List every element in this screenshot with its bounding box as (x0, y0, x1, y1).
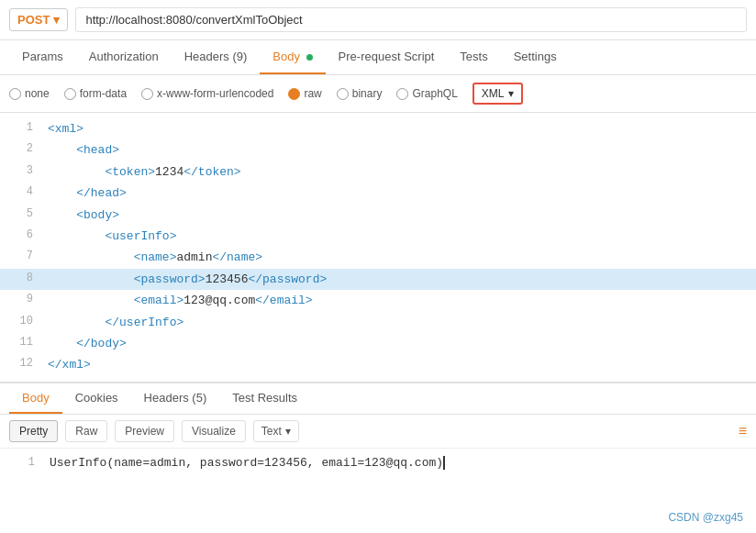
option-none[interactable]: none (9, 87, 50, 100)
code-editor[interactable]: 1 <xml> 2 <head> 3 <token>1234</token> 4… (0, 113, 756, 383)
response-tab-headers[interactable]: Headers (5) (131, 383, 220, 414)
response-text: UserInfo(name=admin, password=123456, em… (50, 456, 445, 470)
tab-authorization[interactable]: Authorization (76, 40, 172, 74)
format-visualize-button[interactable]: Visualize (182, 420, 246, 442)
response-tab-body[interactable]: Body (9, 383, 62, 414)
response-line-number: 1 (9, 456, 35, 469)
option-binary[interactable]: binary (337, 87, 383, 100)
xml-dropdown-icon: ▾ (508, 87, 514, 100)
code-line-6: 6 <userInfo> (0, 226, 756, 247)
tab-headers[interactable]: Headers (9) (172, 40, 261, 74)
code-line-1: 1 <xml> (0, 118, 756, 139)
tab-body[interactable]: Body (260, 40, 325, 74)
option-urlencoded[interactable]: x-www-form-urlencoded (141, 87, 273, 100)
url-bar: POST ▾ (0, 0, 756, 40)
code-line-4: 4 </head> (0, 183, 756, 204)
radio-raw (288, 88, 300, 100)
format-type-dropdown-icon: ▾ (285, 425, 291, 438)
option-form-data[interactable]: form-data (64, 87, 127, 100)
tab-tests[interactable]: Tests (447, 40, 500, 74)
code-line-10: 10 </userInfo> (0, 312, 756, 333)
format-raw-button[interactable]: Raw (65, 420, 107, 442)
method-selector[interactable]: POST ▾ (9, 8, 68, 31)
response-tab-test-results[interactable]: Test Results (219, 383, 310, 414)
radio-none (9, 88, 21, 100)
method-label: POST (17, 13, 50, 27)
radio-graphql (396, 88, 408, 100)
format-options-row: Pretty Raw Preview Visualize Text ▾ ≡ (0, 415, 756, 449)
request-tab-bar: Params Authorization Headers (9) Body Pr… (0, 40, 756, 75)
code-line-3: 3 <token>1234</token> (0, 161, 756, 183)
radio-form-data (64, 88, 76, 100)
tab-params[interactable]: Params (9, 40, 76, 74)
code-line-9: 9 <email>123@qq.com</email> (0, 290, 756, 311)
code-line-11: 11 </body> (0, 333, 756, 354)
filter-icon[interactable]: ≡ (739, 423, 747, 439)
body-options-row: none form-data x-www-form-urlencoded raw… (0, 75, 756, 113)
option-graphql[interactable]: GraphQL (396, 87, 457, 100)
xml-label: XML (482, 87, 505, 100)
response-tab-bar: Body Cookies Headers (5) Test Results (0, 383, 756, 415)
method-dropdown-icon: ▾ (53, 13, 60, 27)
code-line-8: 8 <password>123456</password> (0, 269, 756, 290)
code-line-2: 2 <head> (0, 139, 756, 161)
radio-binary (337, 88, 349, 100)
response-tab-cookies[interactable]: Cookies (62, 383, 131, 414)
response-section: Body Cookies Headers (5) Test Results Pr… (0, 383, 756, 477)
format-pretty-button[interactable]: Pretty (9, 420, 58, 442)
code-line-5: 5 <body> (0, 205, 756, 226)
url-input[interactable] (75, 7, 747, 32)
response-output: 1 UserInfo(name=admin, password=123456, … (0, 449, 756, 477)
format-type-label: Text (261, 425, 282, 438)
body-dot-indicator (306, 54, 313, 61)
xml-format-button[interactable]: XML ▾ (472, 83, 523, 105)
tab-settings[interactable]: Settings (501, 40, 570, 74)
option-raw[interactable]: raw (288, 87, 321, 100)
format-type-dropdown[interactable]: Text ▾ (253, 420, 299, 442)
tab-pre-request[interactable]: Pre-request Script (326, 40, 448, 74)
watermark: CSDN @zxg45 (668, 511, 743, 524)
radio-urlencoded (141, 88, 153, 100)
format-preview-button[interactable]: Preview (115, 420, 174, 442)
code-line-7: 7 <name>admin</name> (0, 247, 756, 268)
code-line-12: 12 </xml> (0, 354, 756, 375)
